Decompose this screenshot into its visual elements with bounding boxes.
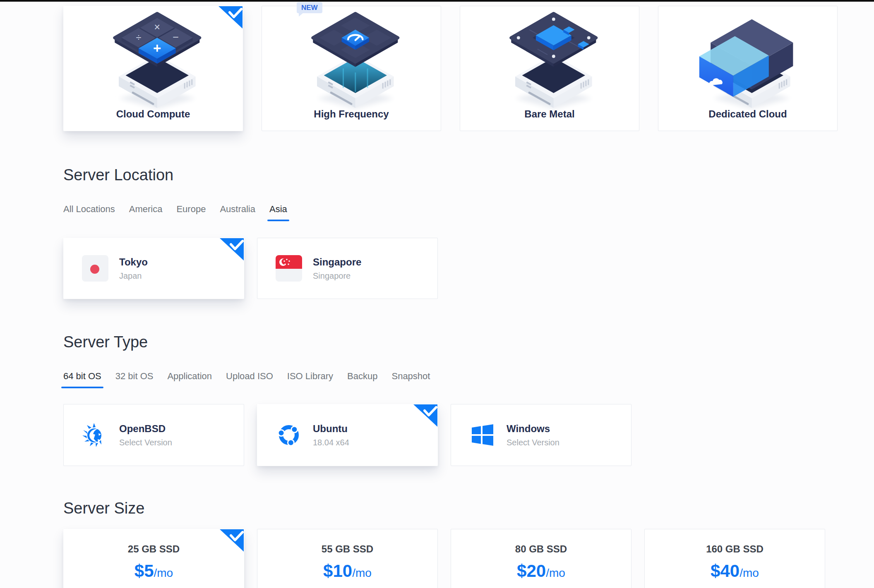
selected-check-icon — [220, 238, 244, 261]
server-plan-row: × ÷ − — [63, 6, 874, 131]
location-tabs: All Locations America Europe Australia A… — [63, 204, 874, 221]
tab-application[interactable]: Application — [167, 371, 212, 388]
os-name: Windows — [507, 423, 559, 435]
tab-64-bit-os[interactable]: 64 bit OS — [63, 371, 101, 388]
tab-europe[interactable]: Europe — [176, 204, 206, 221]
size-storage: 160 GB SSD — [645, 543, 825, 555]
price-value: $10 — [323, 561, 352, 581]
size-card-55gb[interactable]: 55 GB SSD $10/mo $0.015/h — [257, 529, 438, 588]
tab-asia[interactable]: Asia — [269, 204, 287, 221]
ubuntu-icon — [276, 422, 302, 448]
price-value: $5 — [134, 561, 154, 581]
tab-all-locations[interactable]: All Locations — [63, 204, 115, 221]
plan-card-bare-metal[interactable]: Bare Metal — [460, 6, 639, 131]
price-period: /mo — [352, 566, 372, 579]
japan-flag — [82, 255, 108, 282]
os-version: 18.04 x64 — [313, 437, 349, 447]
plan-card-dedicated-cloud[interactable]: Dedicated Cloud — [658, 6, 838, 131]
os-name: Ubuntu — [313, 423, 349, 435]
size-price: $20/mo — [451, 562, 631, 584]
tab-backup[interactable]: Backup — [347, 371, 377, 388]
size-card-25gb[interactable]: 25 GB SSD $5/mo $0.007/h — [63, 529, 244, 588]
svg-text:−: − — [173, 31, 179, 43]
dedicated-cloud-illustration — [682, 9, 814, 112]
tab-32-bit-os[interactable]: 32 bit OS — [115, 371, 154, 388]
location-card-singapore[interactable]: Singapore Singapore — [257, 238, 438, 299]
high-frequency-illustration — [285, 9, 418, 112]
selected-check-icon — [220, 529, 244, 552]
server-size-heading: Server Size — [63, 499, 874, 517]
size-row: 25 GB SSD $5/mo $0.007/h 55 GB SSD $10/m… — [63, 529, 874, 588]
plan-card-cloud-compute[interactable]: × ÷ − — [63, 6, 243, 131]
cloud-compute-illustration: × ÷ − — [87, 9, 219, 112]
os-name: OpenBSD — [119, 423, 172, 435]
size-price: $40/mo — [645, 562, 825, 584]
svg-text:×: × — [154, 21, 160, 33]
os-card-ubuntu[interactable]: Ubuntu 18.04 x64 — [257, 404, 438, 466]
size-price: $5/mo — [64, 562, 244, 584]
location-card-tokyo[interactable]: Tokyo Japan — [63, 238, 244, 299]
plan-title: Dedicated Cloud — [658, 108, 837, 120]
size-storage: 80 GB SSD — [451, 543, 631, 555]
windows-icon — [469, 422, 496, 448]
location-row: Tokyo Japan Singapore Singapo — [63, 238, 874, 299]
price-value: $20 — [517, 561, 546, 581]
top-bar — [0, 0, 874, 2]
os-card-openbsd[interactable]: OpenBSD Select Version — [63, 404, 244, 466]
svg-text:+: + — [153, 41, 161, 56]
tab-australia[interactable]: Australia — [220, 204, 255, 221]
selected-check-icon — [413, 404, 437, 427]
tab-snapshot[interactable]: Snapshot — [391, 371, 430, 388]
size-storage: 55 GB SSD — [257, 543, 437, 555]
os-version: Select Version — [119, 437, 172, 447]
os-card-windows[interactable]: Windows Select Version — [451, 404, 631, 466]
plan-card-high-frequency[interactable]: NEW — [262, 6, 441, 131]
price-period: /mo — [740, 566, 759, 579]
selected-check-icon — [218, 6, 243, 29]
price-period: /mo — [154, 566, 173, 579]
type-tabs: 64 bit OS 32 bit OS Application Upload I… — [63, 371, 874, 388]
tab-upload-iso[interactable]: Upload ISO — [226, 371, 273, 388]
plan-title: High Frequency — [262, 108, 441, 120]
size-price: $10/mo — [257, 562, 437, 584]
os-row: OpenBSD Select Version Ubuntu — [63, 404, 874, 466]
location-city: Tokyo — [119, 256, 148, 268]
price-value: $40 — [711, 561, 740, 581]
openbsd-icon — [82, 422, 108, 448]
server-type-heading: Server Type — [63, 333, 874, 351]
os-version: Select Version — [507, 437, 559, 447]
tab-iso-library[interactable]: ISO Library — [287, 371, 333, 388]
plan-title: Cloud Compute — [64, 108, 243, 120]
price-period: /mo — [546, 566, 565, 579]
svg-text:÷: ÷ — [136, 32, 141, 43]
location-country: Japan — [119, 271, 148, 281]
tab-america[interactable]: America — [129, 204, 163, 221]
deploy-page: × ÷ − — [0, 6, 874, 588]
size-card-80gb[interactable]: 80 GB SSD $20/mo $0.030/h — [451, 529, 631, 588]
bare-metal-illustration — [483, 9, 616, 112]
new-badge: NEW — [297, 2, 322, 13]
plan-title: Bare Metal — [460, 108, 639, 120]
location-city: Singapore — [313, 256, 361, 268]
location-country: Singapore — [313, 271, 361, 281]
size-card-160gb[interactable]: 160 GB SSD $40/mo $0.060/h — [644, 529, 825, 588]
size-storage: 25 GB SSD — [64, 543, 244, 555]
singapore-flag — [276, 255, 302, 282]
server-location-heading: Server Location — [63, 166, 874, 184]
